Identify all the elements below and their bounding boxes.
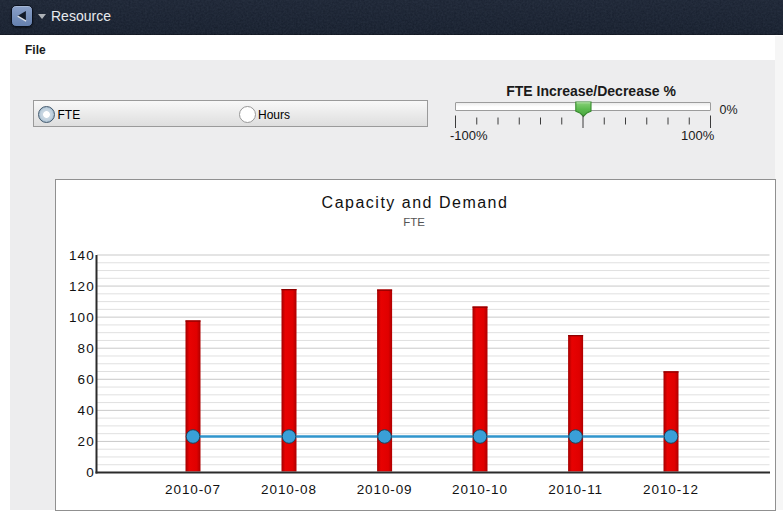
svg-text:2010-10: 2010-10	[452, 482, 508, 497]
svg-text:100: 100	[69, 310, 95, 325]
svg-text:20: 20	[78, 434, 95, 449]
svg-text:2010-09: 2010-09	[357, 482, 413, 497]
svg-text:2010-07: 2010-07	[165, 482, 221, 497]
svg-text:2010-11: 2010-11	[548, 482, 603, 497]
svg-text:120: 120	[69, 279, 95, 294]
svg-text:80: 80	[78, 341, 95, 356]
svg-text:40: 40	[78, 403, 95, 418]
svg-text:2010-12: 2010-12	[643, 482, 699, 497]
svg-text:140: 140	[69, 248, 95, 263]
svg-text:2010-08: 2010-08	[261, 482, 317, 497]
svg-text:0: 0	[86, 465, 95, 480]
svg-text:60: 60	[78, 372, 95, 387]
